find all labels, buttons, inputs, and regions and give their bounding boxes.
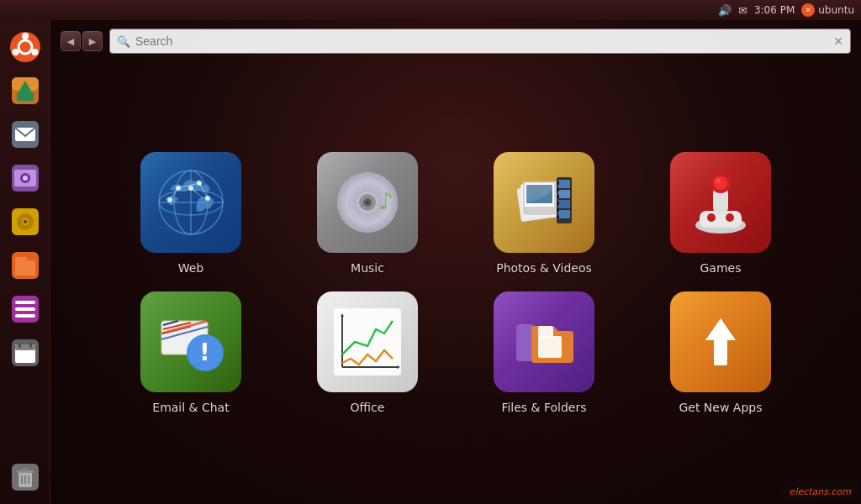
svg-point-48 [197,181,202,186]
back-icon: ◀ [67,36,74,47]
svg-rect-20 [15,260,35,276]
svg-rect-34 [22,468,29,471]
svg-rect-67 [557,181,559,185]
svg-point-49 [205,196,210,201]
svg-rect-96 [334,308,401,375]
office-label: Office [351,401,385,414]
svg-marker-108 [705,318,736,360]
svg-text:♪: ♪ [378,187,394,215]
svg-point-4 [12,49,18,55]
search-box: 🔍 ✕ [109,29,851,54]
email-icon: ! [140,291,241,392]
svg-rect-69 [557,195,559,198]
sidebar-item-music[interactable] [5,202,45,242]
photos-icon [494,152,594,253]
svg-rect-65 [558,200,570,208]
top-bar: 🔊 ✉ 3:06 PM ✕ ubuntu [0,0,861,20]
svg-text:!: ! [199,339,210,366]
files-label: Files & Folders [501,401,586,414]
svg-rect-68 [557,188,559,192]
web-icon [140,152,241,253]
search-icon: 🔍 [117,35,130,48]
svg-rect-29 [18,343,21,348]
svg-point-3 [31,49,38,55]
app-item-games[interactable]: Games [641,152,800,275]
sidebar-item-settings[interactable] [5,289,45,329]
web-label: Web [178,261,204,275]
forward-button[interactable]: ▶ [82,31,103,51]
games-label: Games [700,261,742,275]
app-item-office[interactable]: Office [288,291,447,414]
search-clear-button[interactable]: ✕ [833,35,843,47]
main-content: ◀ ▶ 🔍 ✕ [50,20,861,504]
office-icon [317,291,418,392]
svg-rect-71 [557,208,559,212]
svg-point-50 [167,197,172,202]
sidebar-item-trash[interactable] [5,457,45,497]
music-label: Music [351,261,384,275]
watermark-text: electans.com [790,486,851,497]
svg-rect-70 [557,202,559,205]
svg-rect-105 [538,336,562,358]
app-item-files[interactable]: Files & Folders [464,291,624,414]
svg-rect-24 [15,307,35,311]
svg-point-51 [188,186,193,191]
app-item-music[interactable]: ♪ Music [288,152,447,275]
svg-rect-23 [15,301,35,304]
username-label: ubuntu [818,4,854,16]
top-bar-right: 🔊 ✉ 3:06 PM ✕ ubuntu [718,3,854,17]
svg-point-82 [716,178,721,183]
svg-rect-28 [15,344,35,350]
mail-icon[interactable]: ✉ [738,4,747,17]
app-item-getnew[interactable]: Get New Apps [641,291,800,414]
svg-point-81 [714,176,727,190]
clock: 3:06 PM [754,4,795,16]
svg-point-56 [366,201,369,204]
sidebar-item-calendar[interactable] [5,333,45,373]
ubuntu-circle-icon: ✕ [801,3,815,17]
watermark: electans.com [783,480,858,501]
svg-point-84 [726,213,734,222]
search-input[interactable] [135,34,828,48]
volume-icon[interactable]: 🔊 [718,4,732,17]
back-button[interactable]: ◀ [61,31,81,51]
svg-point-2 [22,33,29,39]
getnew-label: Get New Apps [679,401,762,414]
sidebar-item-mail[interactable] [5,114,45,155]
svg-rect-109 [714,360,727,365]
svg-point-47 [176,186,181,191]
games-icon [670,152,771,253]
files-icon [494,291,594,392]
sidebar-item-trash-colored[interactable] [5,71,45,111]
app-item-web[interactable]: Web [111,152,271,275]
svg-rect-21 [15,257,27,262]
svg-rect-30 [29,343,32,348]
nav-buttons: ◀ ▶ [61,31,103,51]
sidebar-item-ubuntu[interactable] [5,27,45,67]
user-area[interactable]: ✕ ubuntu [801,3,854,17]
svg-rect-8 [17,92,34,101]
forward-icon: ▶ [89,36,96,47]
search-area: ◀ ▶ 🔍 ✕ [50,20,861,62]
getnew-icon [670,291,771,392]
svg-rect-66 [558,210,570,218]
svg-point-83 [707,213,716,222]
photos-label: Photos & Videos [496,261,592,275]
app-item-photos[interactable]: Photos & Videos [464,152,624,275]
svg-rect-63 [558,180,570,188]
music-icon: ♪ [317,152,418,253]
sidebar-item-screenshot[interactable] [5,158,45,198]
svg-rect-64 [558,190,570,198]
svg-rect-25 [15,314,35,318]
email-label: Email & Chat [152,401,229,414]
svg-rect-72 [557,215,559,218]
sidebar [0,20,50,504]
svg-rect-106 [538,326,553,338]
svg-point-18 [24,220,27,223]
app-grid: Web [94,62,817,504]
app-item-email[interactable]: ! Email & Chat [111,291,271,414]
sidebar-item-files[interactable] [5,245,45,286]
svg-point-14 [23,176,28,181]
svg-marker-107 [553,326,562,334]
